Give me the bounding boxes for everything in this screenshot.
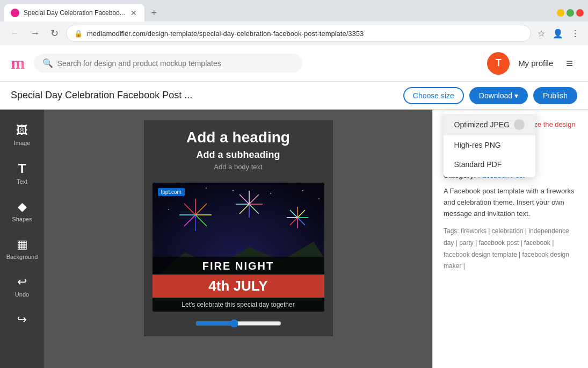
- sidebar-undo-label: Undo: [15, 291, 29, 298]
- download-button[interactable]: Download ▾: [469, 87, 528, 104]
- template-preview[interactable]: fppt.com FIRE NIGHT 4th JULY Let's celeb…: [153, 183, 324, 312]
- sidebar-item-background[interactable]: ▦ Background: [3, 232, 41, 265]
- sidebar-item-undo[interactable]: ↩ Undo: [3, 270, 41, 303]
- toolbar-icons: ☆ 👤 ⋮: [535, 26, 582, 41]
- tab-close-button[interactable]: ✕: [129, 8, 138, 18]
- shapes-icon: ◆: [18, 200, 27, 214]
- tags-text: Tags: fireworks | celebration | independ…: [444, 226, 577, 272]
- background-icon: ▦: [17, 237, 28, 251]
- window-close-button[interactable]: [576, 9, 584, 17]
- dropdown-item-label: Standard PDF: [454, 160, 502, 169]
- tags-values: fireworks | celebration | independence d…: [444, 227, 569, 270]
- app-logo[interactable]: m: [11, 53, 25, 73]
- canvas-controls: [195, 319, 281, 328]
- forward-button[interactable]: →: [27, 26, 43, 41]
- dropdown-item-label: High-res PNG: [454, 141, 501, 149]
- sidebar-item-text[interactable]: T Text: [3, 156, 41, 190]
- my-profile-link[interactable]: My profile: [518, 59, 553, 68]
- maximize-button[interactable]: [567, 9, 574, 17]
- logo-text: m: [11, 53, 25, 73]
- tags-label: Tags:: [444, 227, 461, 235]
- address-bar[interactable]: 🔒 mediamodifier.com/design-template/spec…: [66, 25, 531, 42]
- celebration-text: Let's celebrate this special day togethe…: [153, 298, 324, 312]
- window-controls: [557, 9, 584, 17]
- sidebar-image-label: Image: [14, 140, 31, 146]
- redo-icon: ↩: [17, 313, 27, 327]
- canvas-body-text: Add a body text: [186, 163, 290, 171]
- canvas-area: Add a heading Add a subheading Add a bod…: [44, 110, 432, 368]
- svg-point-29: [270, 193, 271, 194]
- browser-toolbar: ← → ↻ 🔒 mediamodifier.com/design-templat…: [0, 21, 588, 45]
- more-options-button[interactable]: ⋮: [569, 26, 582, 41]
- text-icon: T: [18, 161, 26, 176]
- url-text: mediamodifier.com/design-template/specia…: [87, 30, 523, 38]
- choose-size-button[interactable]: Choose size: [403, 87, 464, 104]
- image-icon: 🖼: [16, 124, 28, 138]
- header-right: T My profile ≡: [487, 52, 577, 75]
- dropdown-item-png[interactable]: High-res PNG: [444, 135, 535, 155]
- svg-point-32: [318, 198, 320, 199]
- search-icon: 🔍: [42, 58, 53, 68]
- sidebar-background-label: Background: [6, 254, 38, 260]
- undo-icon: ↩: [17, 275, 27, 289]
- publish-button[interactable]: Publish: [533, 87, 577, 104]
- back-button[interactable]: ←: [6, 26, 23, 41]
- dropdown-item-label: Optimized JPEG: [454, 120, 510, 129]
- description-text: A Facebook post template with a firework…: [444, 186, 577, 219]
- page-title: Special Day Celebration Facebook Post ..…: [11, 90, 403, 101]
- svg-point-30: [302, 190, 303, 191]
- tab-bar: Special Day Celebration Faceboo... ✕ +: [0, 0, 588, 21]
- avatar[interactable]: T: [487, 52, 510, 75]
- active-tab[interactable]: Special Day Celebration Faceboo... ✕: [4, 4, 144, 21]
- title-actions: Choose size Download ▾ Publish: [403, 87, 577, 104]
- sidebar-text-label: Text: [17, 178, 27, 185]
- fire-night-text: FIRE NIGHT: [153, 257, 324, 275]
- fourth-july-text: 4th JULY: [153, 275, 324, 298]
- canvas-subheading: Add a subheading: [186, 149, 290, 161]
- bookmark-button[interactable]: ☆: [535, 26, 547, 41]
- sidebar-item-shapes[interactable]: ◆ Shapes: [3, 194, 41, 228]
- zoom-slider[interactable]: [195, 319, 281, 328]
- search-box[interactable]: 🔍: [34, 54, 302, 73]
- cursor-indicator: [514, 119, 525, 130]
- canvas-heading: Add a heading: [186, 129, 290, 146]
- svg-point-31: [168, 209, 169, 210]
- sidebar-item-image[interactable]: 🖼 Image: [3, 118, 41, 151]
- download-dropdown: Optimized JPEG High-res PNG Standard PDF: [444, 111, 535, 177]
- svg-point-27: [206, 187, 207, 189]
- minimize-button[interactable]: [557, 9, 564, 17]
- fppt-badge: fppt.com: [158, 188, 185, 196]
- hamburger-menu-icon[interactable]: ≡: [562, 54, 577, 73]
- tab-favicon: [11, 9, 19, 17]
- dropdown-item-pdf[interactable]: Standard PDF: [444, 155, 535, 174]
- download-arrow-icon: ▾: [514, 91, 518, 100]
- download-label: Download: [479, 91, 512, 100]
- svg-point-28: [233, 190, 234, 191]
- text-area-canvas[interactable]: Add a heading Add a subheading Add a bod…: [186, 129, 290, 176]
- lock-icon: 🔒: [74, 30, 83, 38]
- sidebar-shapes-label: Shapes: [12, 216, 32, 222]
- browser-chrome: Special Day Celebration Faceboo... ✕ + ←…: [0, 0, 588, 45]
- app-header: m 🔍 T My profile ≡: [0, 45, 588, 82]
- left-sidebar: 🖼 Image T Text ◆ Shapes ▦ Background ↩ U…: [0, 110, 44, 368]
- sidebar-item-redo[interactable]: ↩: [3, 307, 41, 332]
- page-title-bar: Special Day Celebration Facebook Post ..…: [0, 82, 588, 110]
- search-input[interactable]: [57, 59, 294, 68]
- tab-title: Special Day Celebration Faceboo...: [24, 9, 125, 17]
- dropdown-item-jpeg[interactable]: Optimized JPEG: [444, 114, 535, 135]
- account-button[interactable]: 👤: [550, 26, 565, 41]
- canvas-inner: Add a heading Add a subheading Add a bod…: [144, 120, 333, 336]
- reload-button[interactable]: ↻: [47, 25, 62, 41]
- new-tab-button[interactable]: +: [147, 5, 162, 20]
